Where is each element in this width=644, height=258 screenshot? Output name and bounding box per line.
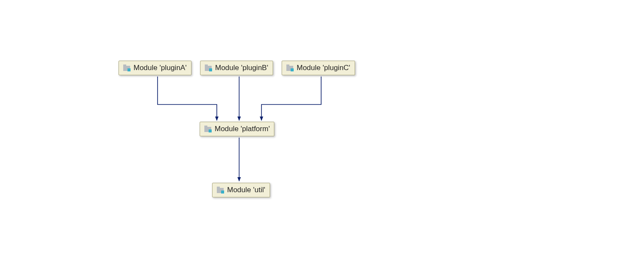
module-node-platform[interactable]: Module 'platform' bbox=[200, 122, 274, 136]
svg-rect-14 bbox=[217, 187, 220, 188]
module-label: Module 'util' bbox=[227, 186, 265, 194]
edge-pluginA-platform bbox=[158, 77, 217, 120]
module-label: Module 'pluginB' bbox=[215, 64, 268, 72]
module-node-pluginA[interactable]: Module 'pluginA' bbox=[118, 61, 191, 75]
svg-rect-8 bbox=[286, 64, 289, 66]
svg-rect-5 bbox=[205, 64, 208, 66]
edge-pluginC-platform bbox=[261, 77, 321, 120]
module-folder-icon bbox=[217, 187, 225, 194]
svg-rect-12 bbox=[209, 129, 212, 132]
module-label: Module 'pluginA' bbox=[134, 64, 187, 72]
svg-rect-15 bbox=[221, 190, 224, 194]
module-label: Module 'pluginC' bbox=[297, 64, 350, 72]
module-folder-icon bbox=[204, 126, 212, 132]
module-folder-icon bbox=[123, 64, 131, 71]
module-node-pluginB[interactable]: Module 'pluginB' bbox=[200, 61, 273, 75]
svg-rect-6 bbox=[209, 68, 212, 71]
svg-rect-2 bbox=[123, 64, 126, 66]
svg-rect-9 bbox=[291, 68, 294, 71]
svg-rect-11 bbox=[204, 126, 207, 127]
module-label: Module 'platform' bbox=[215, 125, 270, 133]
dependency-arrows bbox=[0, 0, 644, 258]
module-node-pluginC[interactable]: Module 'pluginC' bbox=[282, 61, 355, 75]
module-node-util[interactable]: Module 'util' bbox=[212, 183, 270, 197]
module-folder-icon bbox=[286, 64, 294, 71]
module-folder-icon bbox=[205, 64, 213, 71]
svg-rect-3 bbox=[128, 68, 131, 71]
